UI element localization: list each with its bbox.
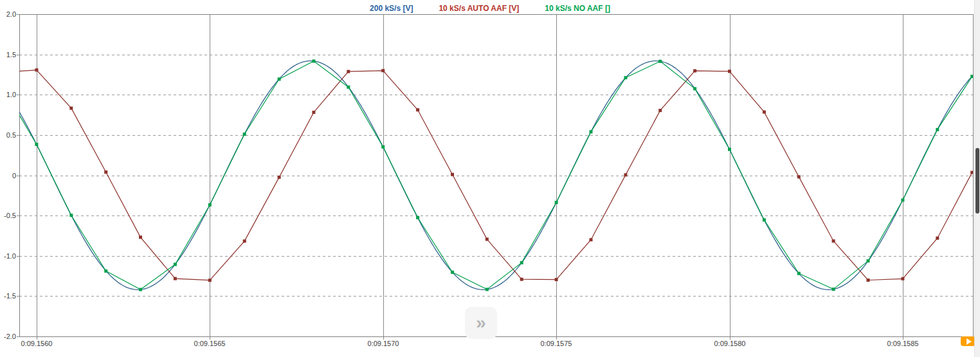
y-tick-label: 1.5 xyxy=(6,51,16,59)
y-tick-label: 2.0 xyxy=(6,10,16,18)
y-tick-label: 0 xyxy=(12,172,16,179)
play-button[interactable] xyxy=(961,336,975,346)
y-tick-label: -1.5 xyxy=(4,292,16,300)
x-tick-label: 0:09.1565 xyxy=(194,340,226,347)
y-axis-ticks xyxy=(17,15,19,337)
series-10-ks-s-auto-aaf-v-markers xyxy=(1,68,974,282)
scrollbar-thumb[interactable] xyxy=(975,148,979,214)
x-tick-label: 0:09.1560 xyxy=(21,340,53,347)
y-tick-label: -0.5 xyxy=(4,212,16,219)
y-tick-label: 0.5 xyxy=(6,131,16,139)
x-tick-label: 0:09.1575 xyxy=(541,340,572,347)
x-tick-labels: 0:09.15600:09.15650:09.15700:09.15750:09… xyxy=(21,340,919,347)
double-chevron-icon: » xyxy=(476,313,486,333)
series-10-ks-s-auto-aaf-v xyxy=(2,70,972,280)
vertical-scrollbar[interactable] xyxy=(974,0,980,357)
y-tick-label: -1.0 xyxy=(4,252,16,260)
chart-canvas: 0:09.15600:09.15650:09.15700:09.15750:09… xyxy=(0,0,980,357)
grid-horizontal xyxy=(19,55,973,297)
grid-vertical xyxy=(37,14,903,340)
play-icon xyxy=(966,338,972,345)
y-tick-labels: 2.01.51.00.50-0.5-1.0-1.5-2.0 xyxy=(4,10,16,340)
x-tick-label: 0:09.1585 xyxy=(887,340,919,347)
x-tick-label: 0:09.1580 xyxy=(714,340,746,347)
y-tick-label: -2.0 xyxy=(4,333,16,340)
y-tick-label: 1.0 xyxy=(6,91,16,98)
series-10-ks-s-no-aaf xyxy=(2,61,972,289)
x-tick-label: 0:09.1570 xyxy=(368,340,399,347)
plot-border xyxy=(20,15,974,337)
expand-button[interactable]: » xyxy=(465,307,497,339)
recorder-screen: 200 kS/s [V] 10 kS/s AUTO AAF [V] 10 kS/… xyxy=(0,0,980,357)
